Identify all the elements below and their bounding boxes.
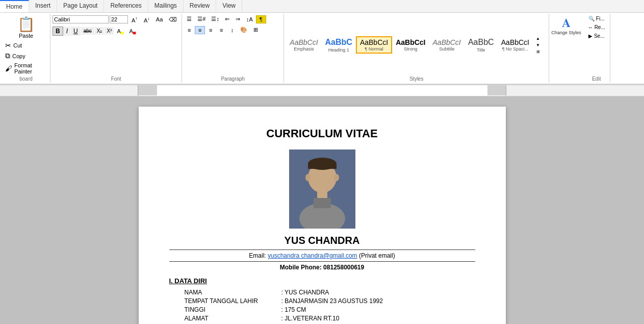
- cv-field-value: : JL.VETERAN RT.10: [281, 315, 340, 322]
- copy-label: Copy: [12, 53, 25, 59]
- styles-expand-button[interactable]: ⊞: [533, 48, 543, 55]
- style-title-label: Title: [477, 47, 485, 53]
- cut-icon: ✂: [5, 41, 11, 49]
- style-title-preview: AaBbC: [468, 37, 494, 47]
- strikethrough-button[interactable]: abc: [81, 27, 94, 35]
- paragraph-label: Paragraph: [184, 75, 281, 82]
- cv-field-label: ALAMAT: [185, 315, 281, 322]
- sort-button[interactable]: ↕A: [244, 15, 255, 23]
- select-button[interactable]: ▶ Se...: [586, 32, 607, 40]
- ruler-inner: [138, 85, 506, 96]
- underline-button[interactable]: U: [71, 27, 81, 36]
- style-subtitle[interactable]: AaBbCcI Subtitle: [429, 37, 465, 54]
- tab-view[interactable]: View: [216, 0, 242, 12]
- paste-button[interactable]: 📋 Paste: [4, 15, 48, 40]
- numbering-button[interactable]: ☰#: [195, 15, 208, 23]
- change-case-button[interactable]: Aa: [153, 15, 165, 23]
- italic-button[interactable]: I: [64, 27, 70, 36]
- font-format-row: B I U abc X₂ X² A▄ A▄: [53, 27, 139, 36]
- styles-down-button[interactable]: ▼: [533, 42, 543, 48]
- tab-references[interactable]: References: [104, 0, 148, 12]
- clipboard-group: 📋 Paste ✂ Cut ⧉ Copy 🖌 Format Painter bo…: [2, 14, 50, 83]
- text-highlight-button[interactable]: A▄: [114, 27, 126, 35]
- person-name: YUS CHANDRA: [169, 235, 475, 246]
- style-emphasis-preview: AaBbCcI: [290, 38, 318, 47]
- decrease-indent-button[interactable]: ⇐: [222, 15, 233, 23]
- style-nospace-preview: AaBbCcI: [501, 38, 529, 47]
- font-name-input[interactable]: [53, 15, 109, 23]
- superscript-button[interactable]: X²: [105, 27, 114, 35]
- tab-bar: Home Insert Page Layout References Maili…: [0, 0, 644, 13]
- cut-button[interactable]: ✂ Cut: [4, 41, 48, 50]
- styles-up-button[interactable]: ▲: [533, 35, 543, 42]
- ribbon-panel: 📋 Paste ✂ Cut ⧉ Copy 🖌 Format Painter bo…: [0, 13, 644, 85]
- style-title[interactable]: AaBbC Title: [465, 36, 498, 54]
- font-color-button[interactable]: A▄: [127, 27, 139, 35]
- find-button[interactable]: 🔍 Fi...: [586, 15, 607, 22]
- cv-field-value: : YUS CHANDRA: [281, 289, 329, 296]
- tab-mailings[interactable]: Mailings: [148, 0, 184, 12]
- justify-button[interactable]: ≡: [216, 26, 226, 34]
- phone-line: Mobile Phone: 081258000619: [169, 264, 475, 271]
- style-heading1[interactable]: AaBbC Heading 1: [322, 36, 356, 54]
- cv-list-item: TINGGI: 175 CM: [185, 306, 475, 313]
- align-center-button[interactable]: ≡: [195, 26, 205, 34]
- shrink-font-button[interactable]: A↓: [141, 15, 152, 24]
- svg-point-6: [334, 174, 339, 181]
- document: CURRICULUM VITAE YUS: [139, 107, 506, 324]
- paste-label: Paste: [19, 33, 33, 39]
- multilevel-button[interactable]: ☰↕: [209, 15, 222, 23]
- svg-rect-4: [314, 198, 331, 208]
- line-spacing-button[interactable]: ↕: [227, 26, 237, 34]
- shading-button[interactable]: 🎨: [238, 26, 250, 34]
- tab-home[interactable]: Home: [0, 0, 29, 12]
- subscript-button[interactable]: X₂: [95, 27, 105, 35]
- style-strong-label: Strong: [404, 46, 418, 52]
- styles-label: Styles: [286, 75, 547, 82]
- cv-field-label: TEMPAT TANGGAL LAHIR: [185, 297, 281, 305]
- cv-field-label: NAMA: [185, 289, 281, 296]
- style-heading1-preview: AaBbC: [325, 37, 352, 47]
- email-link[interactable]: yuschandra chandra@gmail.com: [268, 252, 357, 259]
- email-label: Email:: [249, 252, 266, 259]
- paste-icon: 📋: [17, 16, 35, 33]
- ribbon: Home Insert Page Layout References Maili…: [0, 0, 644, 85]
- border-button[interactable]: ⊞: [250, 26, 261, 34]
- format-painter-label: Format Painter: [14, 62, 47, 74]
- style-subtitle-preview: AaBbCcI: [433, 38, 461, 47]
- cv-list: NAMA: YUS CHANDRATEMPAT TANGGAL LAHIR: B…: [169, 289, 475, 324]
- copy-button[interactable]: ⧉ Copy: [4, 51, 48, 61]
- replace-button[interactable]: ↔ Re...: [585, 23, 608, 31]
- bold-button[interactable]: B: [53, 27, 63, 36]
- show-marks-button[interactable]: ¶: [256, 15, 266, 23]
- styles-scroll[interactable]: ▲ ▼ ⊞: [533, 35, 543, 55]
- clear-format-button[interactable]: ⌫: [166, 15, 179, 24]
- grow-font-button[interactable]: A↑: [129, 15, 140, 24]
- font-size-input[interactable]: [110, 15, 128, 23]
- cv-list-item: ALAMAT: JL.VETERAN RT.10: [185, 315, 475, 322]
- clipboard-label: board: [4, 75, 48, 82]
- style-nospace[interactable]: AaBbCcI ¶ No Spaci...: [498, 37, 533, 54]
- cv-list-item: TEMPAT TANGGAL LAHIR: BANJARMASIN 23 AGU…: [185, 297, 475, 305]
- style-subtitle-label: Subtitle: [439, 46, 454, 52]
- bullets-button[interactable]: ☰: [184, 15, 194, 23]
- align-left-button[interactable]: ≡: [184, 26, 194, 34]
- increase-indent-button[interactable]: ⇒: [233, 15, 243, 23]
- style-normal-label: ¶ Normal: [365, 46, 383, 52]
- styles-group: AaBbCcI Emphasis AaBbC Heading 1 AaBbCcI…: [284, 14, 549, 83]
- style-normal[interactable]: AaBbCcI ¶ Normal: [356, 36, 392, 54]
- align-right-button[interactable]: ≡: [205, 26, 216, 34]
- styles-row: AaBbCcI Emphasis AaBbC Heading 1 AaBbCcI…: [286, 15, 547, 75]
- svg-rect-8: [308, 164, 337, 169]
- style-strong[interactable]: AaBbCcI Strong: [392, 37, 429, 54]
- tab-review[interactable]: Review: [184, 0, 216, 12]
- document-title: CURRICULUM VITAE: [169, 127, 475, 140]
- tab-page-layout[interactable]: Page Layout: [57, 0, 104, 12]
- style-emphasis[interactable]: AaBbCcI Emphasis: [286, 37, 321, 54]
- tab-insert[interactable]: Insert: [29, 0, 57, 12]
- font-controls: A↑ A↓ Aa ⌫ B I U abc X₂ X² A▄ A▄: [53, 15, 179, 75]
- format-painter-button[interactable]: 🖌 Format Painter: [4, 62, 48, 75]
- change-styles-button[interactable]: 𝐀 Change Styles: [549, 14, 583, 83]
- format-painter-icon: 🖌: [5, 64, 12, 72]
- document-area: CURRICULUM VITAE YUS: [0, 96, 644, 324]
